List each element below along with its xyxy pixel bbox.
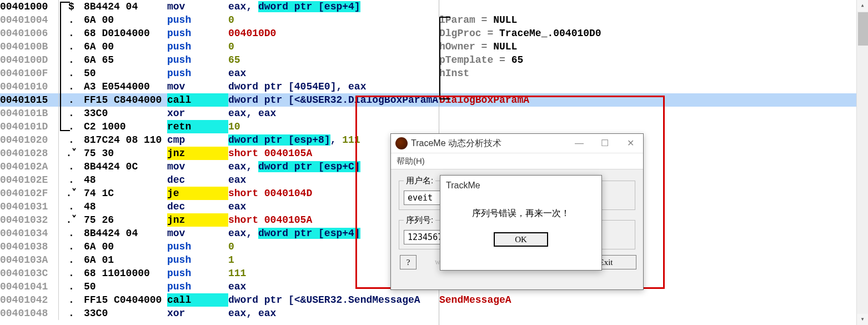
marker: . bbox=[59, 160, 84, 173]
messagebox-title: TrackMe bbox=[440, 176, 601, 196]
mnemonic: cmp bbox=[167, 133, 228, 147]
disasm-row[interactable]: 00401006.68 D0104000push004010D0DlgProc … bbox=[0, 27, 857, 40]
scroll-up-button[interactable]: ▴ bbox=[857, 0, 868, 11]
address: 00401020 bbox=[0, 133, 59, 147]
mnemonic: jnz bbox=[167, 147, 228, 160]
address: 0040102E bbox=[0, 173, 59, 187]
bytes: 50 bbox=[84, 67, 167, 80]
marker: . bbox=[59, 93, 84, 107]
bytes: C2 1000 bbox=[84, 120, 167, 133]
marker: . bbox=[59, 13, 84, 27]
address: 00401034 bbox=[0, 227, 59, 240]
address: 0040102A bbox=[0, 160, 59, 173]
address: 00401028 bbox=[0, 147, 59, 160]
bytes: 33C0 bbox=[84, 307, 167, 320]
disasm-row[interactable]: 00401042.FF15 C0404000calldword ptr [<&U… bbox=[0, 293, 857, 307]
comment bbox=[439, 307, 857, 320]
mnemonic: dec bbox=[167, 173, 228, 187]
bytes: 33C0 bbox=[84, 107, 167, 120]
messagebox: TrackMe 序列号错误，再来一次！ OK bbox=[440, 175, 602, 271]
mnemonic: push bbox=[167, 40, 228, 53]
mnemonic: push bbox=[167, 67, 228, 80]
marker: $ bbox=[59, 0, 84, 13]
address: 00401015 bbox=[0, 93, 59, 107]
mnemonic: push bbox=[167, 253, 228, 267]
marker: . bbox=[59, 40, 84, 53]
dialog-titlebar[interactable]: TraceMe 动态分析技术 — ☐ ✕ bbox=[391, 134, 643, 153]
disasm-row[interactable]: 00401000$8B4424 04moveax, dword ptr [esp… bbox=[0, 0, 857, 13]
disasm-row[interactable]: 0040100F.50pusheaxhInst bbox=[0, 67, 857, 80]
address: 00401038 bbox=[0, 240, 59, 253]
mnemonic: mov bbox=[167, 227, 228, 240]
marker: . bbox=[59, 80, 84, 93]
bytes: 68 D0104000 bbox=[84, 27, 167, 40]
marker: . bbox=[59, 67, 84, 80]
address: 0040101B bbox=[0, 107, 59, 120]
mnemonic: dec bbox=[167, 200, 228, 213]
bytes: 75 26 bbox=[84, 213, 167, 227]
app-icon bbox=[395, 137, 408, 149]
maximize-button[interactable]: ☐ bbox=[592, 134, 618, 153]
address: 00401042 bbox=[0, 293, 59, 307]
scroll-down-button[interactable]: ▾ bbox=[857, 314, 868, 325]
marker: . bbox=[59, 253, 84, 267]
bytes: 817C24 08 110 bbox=[84, 133, 167, 147]
scroll-thumb[interactable] bbox=[858, 12, 868, 46]
mnemonic: xor bbox=[167, 107, 228, 120]
mnemonic: push bbox=[167, 27, 228, 40]
menu-help[interactable]: 帮助(H) bbox=[391, 153, 643, 169]
address: 0040102F bbox=[0, 187, 59, 200]
bytes: 48 bbox=[84, 200, 167, 213]
minimize-button[interactable]: — bbox=[566, 134, 592, 153]
operands: dword ptr [4054E0], eax bbox=[228, 80, 439, 93]
disasm-row[interactable]: 00401048.33C0xoreax, eax bbox=[0, 307, 857, 320]
disasm-row[interactable]: 0040100D.6A 65push65pTemplate = 65 bbox=[0, 53, 857, 67]
close-button[interactable]: ✕ bbox=[618, 134, 643, 153]
bytes: 6A 00 bbox=[84, 40, 167, 53]
mnemonic: mov bbox=[167, 80, 228, 93]
username-label: 用户名: bbox=[404, 174, 435, 187]
bytes: 8B4424 04 bbox=[84, 0, 167, 13]
marker: . bbox=[59, 200, 84, 213]
mnemonic: jnz bbox=[167, 213, 228, 227]
bytes: 75 30 bbox=[84, 147, 167, 160]
marker: . bbox=[59, 120, 84, 133]
disasm-row[interactable]: 00401004.6A 00push0lParam = NULL bbox=[0, 13, 857, 27]
disasm-row[interactable]: 00401010.A3 E0544000movdword ptr [4054E0… bbox=[0, 80, 857, 93]
bytes: FF15 C8404000 bbox=[84, 93, 167, 107]
operands: 65 bbox=[228, 53, 439, 67]
disasm-row[interactable]: 0040100B.6A 00push0hOwner = NULL bbox=[0, 40, 857, 53]
address: 00401031 bbox=[0, 200, 59, 213]
operands: eax, eax bbox=[228, 307, 439, 320]
comment: hInst bbox=[439, 67, 857, 80]
mnemonic: push bbox=[167, 240, 228, 253]
address: 00401010 bbox=[0, 80, 59, 93]
vertical-scrollbar[interactable]: ▴ ▾ bbox=[856, 0, 868, 325]
bytes: 8B4424 0C bbox=[84, 160, 167, 173]
marker: . bbox=[59, 293, 84, 307]
address: 00401000 bbox=[0, 0, 59, 13]
marker: . bbox=[59, 280, 84, 293]
comment: pTemplate = 65 bbox=[439, 53, 857, 67]
mnemonic: push bbox=[167, 280, 228, 293]
messagebox-ok-button[interactable]: OK bbox=[494, 232, 548, 247]
help-button[interactable]: ? bbox=[400, 255, 417, 269]
address: 0040101D bbox=[0, 120, 59, 133]
marker: . bbox=[59, 267, 84, 280]
marker: . bbox=[59, 307, 84, 320]
marker: . bbox=[59, 173, 84, 187]
operands: dword ptr [<&USER32.SendMessageA bbox=[228, 293, 439, 307]
operands: eax bbox=[228, 67, 439, 80]
address: 0040100F bbox=[0, 67, 59, 80]
bytes: 6A 01 bbox=[84, 253, 167, 267]
mnemonic: xor bbox=[167, 307, 228, 320]
mnemonic: mov bbox=[167, 0, 228, 13]
mnemonic: je bbox=[167, 187, 228, 200]
operands: 0 bbox=[228, 13, 439, 27]
address: 0040103A bbox=[0, 253, 59, 267]
comment: hOwner = NULL bbox=[439, 40, 857, 53]
mnemonic: call bbox=[167, 293, 228, 307]
marker: .˅ bbox=[59, 187, 84, 200]
mnemonic: retn bbox=[167, 120, 228, 133]
bytes: 48 bbox=[84, 173, 167, 187]
